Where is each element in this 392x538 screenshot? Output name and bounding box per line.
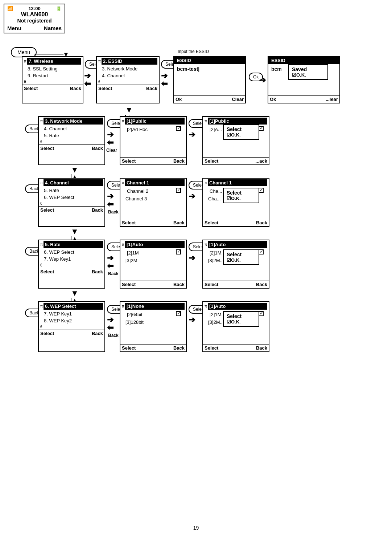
nm-saved-back[interactable]: ...ack: [255, 158, 267, 164]
theta-sym-1: θ: [24, 80, 26, 84]
signal-icon: 📶: [7, 6, 13, 11]
ch-saved-item2: Cha...: [208, 188, 224, 195]
wep-item2: 7. WEP Key1: [39, 310, 104, 317]
wireless-item-2: 8. SSL Setting: [22, 65, 83, 72]
essid-sub-panel: π 2. ESSID 3. Network Mode 4. Channel θ …: [96, 56, 160, 103]
ch-list-select[interactable]: Select: [122, 220, 136, 225]
device-header: 📶 12:00 🔋 WLAN600 Not registered Menu Na…: [4, 4, 65, 33]
wep-back: Back: [92, 331, 103, 336]
nm-saved-panel: π [1]Public [2]A... Select ...ack Select…: [202, 116, 269, 165]
clear-label-nm[interactable]: Clear: [106, 148, 117, 153]
rate-saved-checkbox: [259, 249, 264, 254]
rate-checkbox: [176, 249, 181, 254]
ch-saved-popup: Select ☑O.K.: [223, 188, 259, 203]
essid-saved-clear[interactable]: ...lear: [326, 97, 338, 102]
essid-sub-select: Select: [98, 86, 112, 91]
ch-list-back[interactable]: Back: [173, 220, 185, 225]
ch-saved-back[interactable]: Back: [256, 220, 267, 225]
wireless-back-label: Back: [70, 86, 81, 91]
battery-icon: 🔋: [56, 6, 62, 11]
essid-saved-popup: Saved ☑O.K.: [288, 64, 328, 80]
wep-list-back[interactable]: Back: [173, 345, 185, 351]
nm-saved-select[interactable]: Select: [205, 158, 218, 164]
ch-checkbox: [176, 188, 181, 193]
rate-popup-ok: ☑O.K.: [227, 257, 256, 263]
wep-menu-panel: π 6. WEP Select 7. WEP Key1 8. WEP Key2 …: [38, 301, 105, 352]
rate-select: Select: [40, 269, 54, 274]
essid-saved-panel: ESSID bcm Ok ...lear Saved ☑O.K.: [268, 56, 340, 103]
ch-list-item1: Channel 1: [125, 179, 185, 186]
rate-popup-text: Select: [227, 252, 256, 257]
essid-sub-item3: 4. Channel: [97, 72, 159, 79]
channel-menu-panel: π 4. Channel 5. Rate 6. WEP Select θ Sel…: [38, 178, 105, 227]
rate-saved-panel: π [1]Auto [2]1M... [3]2M... Select Back …: [202, 240, 269, 289]
ch-list-item2: Channel 2: [125, 188, 150, 195]
rate-saved-back[interactable]: Back: [256, 282, 267, 287]
nm-item1: 3. Network Mode: [44, 118, 103, 125]
ch-saved-checkbox: [259, 188, 264, 193]
popup-ok-text: ☑O.K.: [292, 72, 325, 78]
wep-list-select[interactable]: Select: [122, 345, 136, 351]
rate-footer: Select Back: [39, 268, 104, 275]
nm-item3: 5. Rate: [39, 132, 104, 139]
channel-list-panel: π Channel 1 Channel 2 Channel 3 Select B…: [120, 178, 187, 227]
ch-list-footer: Select Back: [120, 219, 186, 226]
nm-saved-checkbox: [259, 126, 264, 131]
wep-select: Select: [40, 331, 54, 336]
essid-sub-item2: 3. Network Mode: [97, 65, 159, 72]
nm-footer: Select Back: [39, 144, 104, 152]
wep-item3: 8. WEP Key2: [39, 317, 104, 324]
ch-popup-ok: ☑O.K.: [227, 196, 256, 201]
nm-list-back[interactable]: Back: [173, 158, 185, 164]
wep-list-panel: π [1]None [2]64bit [3]128bit Select Back: [120, 301, 187, 352]
wireless-select-label: Select: [24, 86, 38, 91]
network-mode-menu-panel: π 3. Network Mode 4. Channel 5. Rate θ S…: [38, 116, 105, 165]
device-model: WLAN600: [7, 11, 62, 18]
essid-sub-footer: Select Back: [97, 85, 159, 92]
ch-item2: 5. Rate: [39, 187, 104, 194]
rate-item2: 6. WEP Select: [39, 249, 104, 256]
wep-list-item3: [3]128bit: [120, 319, 186, 326]
nav-menu[interactable]: Menu: [7, 25, 21, 31]
essid-clear-label[interactable]: Clear: [232, 97, 244, 102]
rate-list-item2: [2]1M: [125, 249, 140, 256]
rate-list-back[interactable]: Back: [173, 282, 185, 287]
rate-list-footer: Select Back: [120, 281, 186, 288]
rate-list-item3: [3]2M: [120, 257, 186, 264]
device-nav: Menu Names: [7, 24, 62, 31]
rate-saved-select[interactable]: Select: [205, 282, 218, 287]
ch-select: Select: [40, 207, 54, 213]
essid-input-value[interactable]: bcm-test|: [174, 64, 245, 74]
ch-footer: Select Back: [39, 206, 104, 213]
wep-footer: Select Back: [39, 330, 104, 337]
rate-back: Back: [92, 269, 103, 274]
back-label-wep[interactable]: Back: [108, 333, 119, 338]
rate-saved-popup: Select ☑O.K.: [223, 249, 259, 265]
nm-list-item2: [2]Ad Hoc: [125, 126, 149, 133]
nm-checkbox: [176, 126, 181, 131]
wep-saved-select[interactable]: Select: [205, 345, 218, 351]
nm-popup-ok: ☑O.K.: [227, 132, 256, 138]
nm-saved-footer: Select ...ack: [203, 157, 269, 164]
ch-saved-select[interactable]: Select: [205, 220, 218, 225]
essid-saved-ok[interactable]: Ok: [270, 97, 276, 102]
nm-list-select[interactable]: Select: [122, 158, 136, 164]
page-number: 19: [193, 525, 199, 531]
ch-saved-footer: Select Back: [203, 219, 269, 226]
wep-saved-popup: Select ☑O.K.: [223, 311, 259, 327]
rate-list-select[interactable]: Select: [122, 282, 136, 287]
essid-saved-title: ESSID: [268, 57, 339, 64]
back-label-ch[interactable]: Back: [108, 209, 119, 215]
essid-ok-label[interactable]: Ok: [176, 97, 182, 102]
menu-button[interactable]: Menu: [11, 47, 37, 57]
wep-saved-checkbox: [259, 311, 264, 316]
essid-input-label: Input the ESSID: [178, 49, 209, 54]
ch-back: Back: [92, 207, 103, 213]
back-label-rate[interactable]: Back: [108, 271, 119, 276]
nm-list-panel: π [1]Public [2]Ad Hoc Select Back: [120, 116, 187, 165]
wep-saved-back[interactable]: Back: [256, 345, 267, 351]
wep-list-item2: [2]64bit: [125, 311, 144, 318]
rate-item1: 5. Rate: [44, 241, 103, 248]
nav-names[interactable]: Names: [44, 25, 62, 31]
rate-saved-footer: Select Back: [203, 281, 269, 288]
